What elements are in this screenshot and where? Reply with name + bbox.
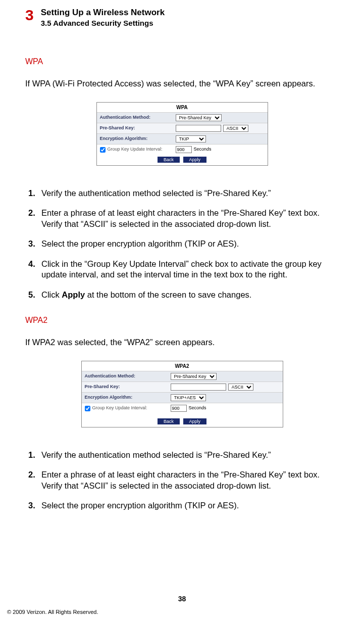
wpa2-figure: WPA2 Authentication Method: Pre-Shared K…: [25, 361, 339, 427]
section-title: 3.5 Advanced Security Settings: [41, 19, 165, 27]
page-number: 38: [0, 595, 364, 603]
gkui-input[interactable]: [176, 146, 192, 153]
wpa2-panel-title: WPA2: [82, 361, 283, 371]
gkui-checkbox[interactable]: [85, 406, 90, 411]
enc-algo-label: Encryption Algorithm:: [100, 136, 176, 142]
back-button[interactable]: Back: [158, 418, 180, 424]
step-text: Verify the authentication method selecte…: [41, 450, 339, 460]
step-number: 4.: [28, 259, 41, 280]
auth-method-label: Authentication Method:: [85, 373, 171, 379]
wpa-intro: If WPA (Wi-Fi Protected Access) was sele…: [25, 78, 339, 89]
psk-encoding-select[interactable]: ASCII: [228, 384, 253, 391]
wpa-figure: WPA Authentication Method: Pre-Shared Ke…: [25, 102, 339, 166]
psk-input[interactable]: [176, 125, 221, 132]
psk-input[interactable]: [171, 384, 226, 391]
step-number: 2.: [28, 469, 41, 491]
wpa-heading: WPA: [25, 57, 339, 67]
step-text: Enter a phrase of at least eight charact…: [41, 469, 339, 491]
step-text: Select the proper encryption algorithm (…: [41, 500, 339, 511]
apply-button[interactable]: Apply: [183, 157, 207, 163]
step-text: Click in the “Group Key Update Interval”…: [41, 259, 339, 280]
wpa2-heading: WPA2: [25, 315, 339, 326]
step-text: Enter a phrase of at least eight charact…: [41, 208, 339, 229]
chapter-title: Setting Up a Wireless Network: [41, 8, 165, 18]
psk-label: Pre-Shared Key:: [85, 384, 171, 390]
wpa2-steps: 1.Verify the authentication method selec…: [25, 450, 339, 511]
enc-algo-select[interactable]: TKIP+AES: [171, 394, 206, 401]
gkui-label: Group Key Update Interval:: [100, 147, 176, 153]
page-header: 3 Setting Up a Wireless Network 3.5 Adva…: [25, 8, 339, 27]
gkui-label: Group Key Update Interval:: [85, 405, 171, 411]
wpa-panel-title: WPA: [97, 103, 268, 112]
psk-label: Pre-Shared Key:: [100, 125, 176, 131]
step-number: 1.: [28, 188, 41, 199]
wpa-steps: 1.Verify the authentication method selec…: [25, 188, 339, 300]
apply-button[interactable]: Apply: [183, 418, 207, 424]
chapter-number: 3: [25, 8, 34, 23]
gkui-unit: Seconds: [194, 147, 212, 153]
step-text: Click Apply at the bottom of the screen …: [41, 290, 339, 300]
step-number: 1.: [28, 450, 41, 460]
gkui-checkbox[interactable]: [100, 147, 106, 153]
psk-encoding-select[interactable]: ASCII: [223, 125, 248, 132]
wpa2-intro: If WPA2 was selected, the “WPA2” screen …: [25, 337, 339, 348]
gkui-unit: Seconds: [189, 405, 206, 411]
step-number: 3.: [28, 500, 41, 511]
copyright: © 2009 Verizon. All Rights Reserved.: [7, 609, 98, 615]
enc-algo-label: Encryption Algorithm:: [85, 395, 171, 401]
gkui-input[interactable]: [171, 405, 187, 412]
step-text: Verify the authentication method selecte…: [41, 188, 339, 199]
step-number: 5.: [28, 290, 41, 300]
back-button[interactable]: Back: [158, 157, 180, 163]
step-text: Select the proper encryption algorithm (…: [41, 239, 339, 249]
auth-method-select[interactable]: Pre-Shared Key: [171, 373, 217, 380]
enc-algo-select[interactable]: TKIP: [176, 135, 206, 142]
step-number: 3.: [28, 239, 41, 249]
auth-method-label: Authentication Method:: [100, 115, 176, 121]
step-number: 2.: [28, 208, 41, 229]
auth-method-select[interactable]: Pre-Shared Key: [176, 114, 222, 121]
